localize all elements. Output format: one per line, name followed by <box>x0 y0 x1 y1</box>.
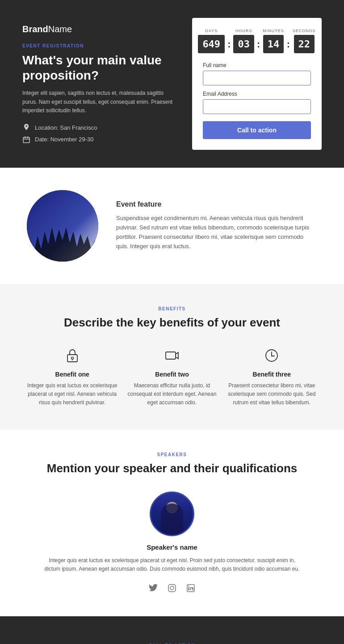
speakers-tag: SPEAKERS <box>27 452 317 457</box>
registration-card: DAYS 649 : HOURS 03 : MINUTES 14 : SECON… <box>192 18 322 150</box>
countdown-sep-1: : <box>227 38 231 50</box>
speaker-name: Speaker's name <box>27 543 317 551</box>
date-text: Date: November 29-30 <box>35 136 94 143</box>
event-registration-label: EVENT REGISTRATION <box>22 43 179 48</box>
feature-content: Event feature Suspendisse eget condiment… <box>116 200 317 251</box>
countdown-hours: HOURS 03 <box>233 29 254 53</box>
hero-cta-button[interactable]: Call to action <box>203 121 311 139</box>
feature-title: Event feature <box>116 200 317 208</box>
linkedin-icon[interactable] <box>185 582 197 594</box>
benefit-item-1: Benefit one Integer quis erat luctus ex … <box>27 346 117 407</box>
benefit-icon-3 <box>262 346 281 365</box>
svg-point-15 <box>189 585 190 587</box>
email-label: Email Address <box>203 91 311 97</box>
benefit-item-2: Benefit two Maecenas efficitur nulla jus… <box>126 346 217 407</box>
email-group: Email Address <box>203 91 311 114</box>
location-text: Location: San Francisco <box>35 124 97 131</box>
speaker-bio: Integer quis erat luctus ex scelerisque … <box>42 556 302 573</box>
instagram-icon[interactable] <box>166 582 178 594</box>
benefit-icon-2 <box>162 346 182 365</box>
benefit-icon-1 <box>63 346 82 365</box>
fullname-group: Full name <box>203 62 311 85</box>
twitter-icon[interactable] <box>147 582 159 594</box>
benefit-desc-3: Praesent consectetur libero mi, vitae sc… <box>227 381 317 407</box>
benefit-title-1: Benefit one <box>55 371 89 378</box>
benefit-item-3: Benefit three Praesent consectetur liber… <box>227 346 317 407</box>
social-icons <box>27 582 317 594</box>
benefit-desc-1: Integer quis erat luctus ex scelerisque … <box>27 381 117 407</box>
countdown-minutes: MINUTES 14 <box>263 29 284 53</box>
countdown-sep-2: : <box>256 38 261 50</box>
benefit-desc-2: Maecenas efficitur nulla justo, id conse… <box>126 381 217 407</box>
svg-rect-5 <box>67 355 77 362</box>
feature-image <box>27 190 98 262</box>
date-info: Date: November 29-30 <box>22 136 179 144</box>
svg-rect-1 <box>23 137 29 143</box>
benefit-title-3: Benefit three <box>253 371 291 378</box>
fullname-label: Full name <box>203 62 311 68</box>
email-input[interactable] <box>203 99 311 114</box>
feature-description: Suspendisse eget condimentum mi. Aenean … <box>116 214 317 251</box>
svg-point-12 <box>174 586 175 587</box>
hero-left: BrandName EVENT REGISTRATION What's your… <box>22 18 192 150</box>
location-info: Location: San Francisco <box>22 124 179 132</box>
feature-section: Event feature Suspendisse eget condiment… <box>0 168 344 284</box>
location-icon <box>22 124 30 132</box>
benefits-section: BENEFITS Describe the key benefits of yo… <box>0 284 344 430</box>
svg-point-0 <box>26 125 27 127</box>
svg-rect-8 <box>166 352 176 359</box>
hero-info: Location: San Francisco Date: November 2… <box>22 124 179 144</box>
hero-section: BrandName EVENT REGISTRATION What's your… <box>0 0 344 168</box>
svg-point-11 <box>170 586 174 590</box>
hero-description: Integer elit sapien, sagittis non lectus… <box>22 89 179 115</box>
speakers-title: Mention your speaker and their qualifica… <box>27 462 317 475</box>
benefits-grid: Benefit one Integer quis erat luctus ex … <box>27 346 317 407</box>
fullname-input[interactable] <box>203 71 311 85</box>
benefits-tag: BENEFITS <box>27 306 317 311</box>
speakers-section: SPEAKERS Mention your speaker and their … <box>0 430 344 616</box>
benefits-title: Describe the key benefits of your event <box>27 316 317 330</box>
calendar-icon <box>22 136 30 144</box>
svg-point-6 <box>71 357 73 360</box>
svg-rect-14 <box>189 587 190 590</box>
countdown-timer: DAYS 649 : HOURS 03 : MINUTES 14 : SECON… <box>203 29 311 53</box>
speaker-avatar <box>150 491 194 536</box>
cta-section: CALL TO ACTION Give a reason to sign up … <box>0 616 344 644</box>
hero-title: What's your main value proposition? <box>22 53 179 83</box>
brand-logo: BrandName <box>22 24 179 34</box>
svg-rect-10 <box>168 585 176 592</box>
benefit-title-2: Benefit two <box>155 371 189 378</box>
countdown-days: DAYS 649 <box>198 29 225 53</box>
countdown-seconds: SECONDS 22 <box>293 29 316 53</box>
countdown-sep-3: : <box>286 38 291 50</box>
